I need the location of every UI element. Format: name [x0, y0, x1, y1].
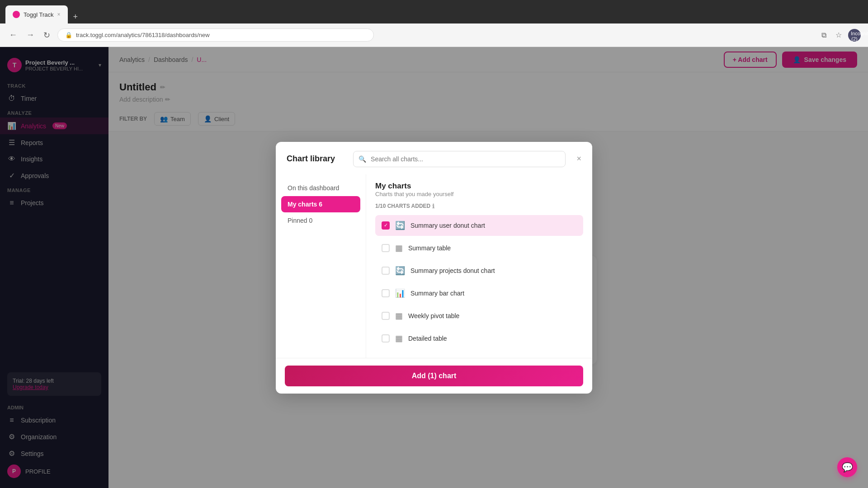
modal-nav-on-this-dashboard[interactable]: On this dashboard	[281, 180, 360, 196]
browser-toolbar: ← → ↻ 🔒 track.toggl.com/analytics/786131…	[0, 23, 868, 47]
chart-name-weekly-pivot: Weekly pivot table	[408, 312, 459, 319]
modal-overlay[interactable]: Chart library 🔍 × On this dashboard My c…	[0, 47, 868, 488]
my-charts-header: My charts Charts that you made yourself	[375, 182, 583, 197]
modal-nav-pinned[interactable]: Pinned 0	[281, 212, 360, 229]
donut-chart-icon: 🔄	[395, 221, 405, 230]
refresh-button[interactable]: ↻	[42, 28, 52, 42]
my-charts-label: My charts 6	[288, 201, 322, 208]
charts-added-badge: 1/10 CHARTS ADDED ℹ	[375, 203, 583, 210]
chart-item-detailed-table[interactable]: ▦ Detailed table	[375, 328, 583, 349]
chart-item-summary-bar[interactable]: 📊 Summary bar chart	[375, 283, 583, 304]
support-bubble[interactable]: 💬	[837, 457, 857, 477]
chart-item-summary-table[interactable]: ▦ Summary table	[375, 238, 583, 258]
search-input[interactable]	[353, 151, 566, 167]
modal-header: Chart library 🔍 ×	[276, 142, 592, 174]
chart-checkbox-summary-projects-donut[interactable]	[382, 267, 390, 275]
support-icon: 💬	[842, 462, 853, 473]
donut-projects-icon: 🔄	[395, 266, 405, 276]
chart-item-weekly-pivot[interactable]: ▦ Weekly pivot table	[375, 305, 583, 326]
chart-checkbox-summary-bar[interactable]	[382, 289, 390, 297]
profile-button[interactable]: Incognito (2)	[848, 29, 861, 42]
add-chart-modal-button[interactable]: Add (1) chart	[285, 366, 583, 386]
modal-main: My charts Charts that you made yourself …	[366, 174, 592, 358]
pivot-chart-icon: ▦	[395, 311, 403, 321]
modal-close-button[interactable]: ×	[576, 154, 581, 164]
chart-checkbox-weekly-pivot[interactable]	[382, 312, 390, 320]
chart-checkbox-detailed-table[interactable]	[382, 334, 390, 343]
table-chart-icon: ▦	[395, 243, 403, 253]
chart-item-summary-user-donut[interactable]: ✓ 🔄 Summary user donut chart	[375, 215, 583, 236]
chart-name-summary-table: Summary table	[408, 244, 451, 252]
modal-body: On this dashboard My charts 6 Pinned 0 M…	[276, 174, 592, 358]
my-charts-subtitle: Charts that you made yourself	[375, 191, 583, 197]
back-button[interactable]: ←	[7, 28, 19, 42]
extensions-button[interactable]: ⧉	[819, 29, 829, 41]
bar-chart-icon: 📊	[395, 288, 405, 298]
chart-name-summary-user-donut: Summary user donut chart	[410, 222, 485, 229]
modal-search: 🔍	[353, 151, 566, 167]
pinned-label: Pinned 0	[288, 217, 312, 224]
search-icon: 🔍	[359, 155, 366, 163]
tab-title: Toggl Track	[24, 11, 53, 18]
bookmark-button[interactable]: ☆	[833, 29, 844, 41]
url-text: track.toggl.com/analytics/7861318/dashbo…	[76, 32, 210, 38]
my-charts-title: My charts	[375, 182, 583, 191]
browser-tabs: Toggl Track × +	[5, 0, 81, 23]
address-bar[interactable]: 🔒 track.toggl.com/analytics/7861318/dash…	[57, 28, 374, 42]
modal-nav-my-charts[interactable]: My charts 6	[281, 196, 360, 212]
lock-icon: 🔒	[65, 32, 72, 38]
browser-chrome: Toggl Track × +	[0, 0, 868, 23]
active-tab[interactable]: Toggl Track ×	[5, 5, 68, 23]
charts-added-text: 1/10 CHARTS ADDED	[375, 203, 430, 209]
modal-search-wrapper: 🔍	[353, 151, 566, 167]
forward-button[interactable]: →	[24, 28, 36, 42]
modal-footer: Add (1) chart	[276, 358, 592, 394]
chart-item-summary-projects-donut[interactable]: 🔄 Summary projects donut chart	[375, 260, 583, 281]
detailed-table-icon: ▦	[395, 333, 403, 343]
modal-sidebar: On this dashboard My charts 6 Pinned 0	[276, 174, 366, 358]
new-tab-button[interactable]: +	[70, 10, 82, 23]
modal-title: Chart library	[287, 154, 335, 164]
chart-name-summary-projects-donut: Summary projects donut chart	[410, 267, 495, 274]
on-this-dashboard-label: On this dashboard	[288, 184, 339, 192]
tab-close-icon[interactable]: ×	[57, 11, 60, 18]
chart-library-modal: Chart library 🔍 × On this dashboard My c…	[276, 142, 592, 394]
toolbar-right-actions: ⧉ ☆ Incognito (2)	[819, 29, 861, 42]
chart-name-detailed-table: Detailed table	[408, 335, 447, 342]
tab-favicon	[13, 11, 20, 18]
chart-checkbox-summary-user-donut[interactable]: ✓	[382, 221, 390, 230]
chart-checkbox-summary-table[interactable]	[382, 244, 390, 252]
chart-name-summary-bar: Summary bar chart	[410, 290, 464, 297]
info-icon[interactable]: ℹ	[432, 203, 434, 210]
